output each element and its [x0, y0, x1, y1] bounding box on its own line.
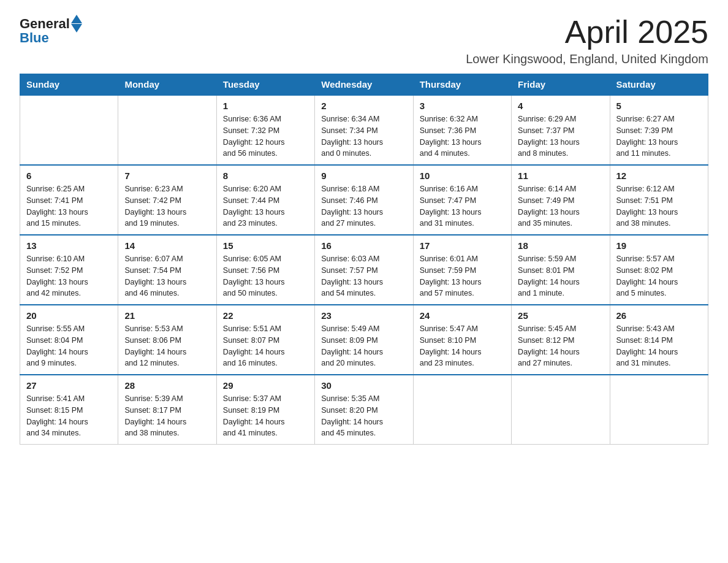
day-number: 23	[321, 310, 406, 321]
day-info: Sunrise: 5:39 AMSunset: 8:17 PMDaylight:…	[124, 393, 210, 439]
calendar-cell: 28Sunrise: 5:39 AMSunset: 8:17 PMDayligh…	[118, 375, 216, 445]
day-info: Sunrise: 5:57 AMSunset: 8:02 PMDaylight:…	[616, 253, 702, 299]
day-number: 25	[518, 310, 603, 321]
calendar-cell: 10Sunrise: 6:16 AMSunset: 7:47 PMDayligh…	[413, 165, 511, 235]
day-number: 11	[518, 170, 603, 181]
day-number: 16	[321, 240, 406, 251]
day-number: 18	[518, 240, 603, 251]
logo-general: General	[20, 16, 70, 32]
calendar-cell: 7Sunrise: 6:23 AMSunset: 7:42 PMDaylight…	[118, 165, 216, 235]
calendar-cell: 9Sunrise: 6:18 AMSunset: 7:46 PMDaylight…	[315, 165, 413, 235]
day-info: Sunrise: 5:41 AMSunset: 8:15 PMDaylight:…	[26, 393, 112, 439]
calendar-cell: 18Sunrise: 5:59 AMSunset: 8:01 PMDayligh…	[512, 235, 610, 305]
day-number: 21	[124, 310, 210, 321]
weekday-header-row: SundayMondayTuesdayWednesdayThursdayFrid…	[20, 74, 708, 96]
calendar-cell: 25Sunrise: 5:45 AMSunset: 8:12 PMDayligh…	[512, 305, 610, 375]
day-info: Sunrise: 6:03 AMSunset: 7:57 PMDaylight:…	[321, 253, 406, 299]
day-info: Sunrise: 5:53 AMSunset: 8:06 PMDaylight:…	[124, 323, 210, 369]
calendar-week-row: 20Sunrise: 5:55 AMSunset: 8:04 PMDayligh…	[20, 305, 708, 375]
day-number: 30	[321, 380, 406, 391]
day-number: 8	[223, 170, 308, 181]
calendar-cell: 26Sunrise: 5:43 AMSunset: 8:14 PMDayligh…	[610, 305, 708, 375]
weekday-header: Thursday	[413, 74, 511, 96]
day-info: Sunrise: 6:32 AMSunset: 7:36 PMDaylight:…	[420, 113, 505, 159]
calendar-cell: 1Sunrise: 6:36 AMSunset: 7:32 PMDaylight…	[216, 95, 314, 165]
day-info: Sunrise: 5:43 AMSunset: 8:14 PMDaylight:…	[616, 323, 702, 369]
day-number: 1	[223, 101, 308, 111]
calendar-cell	[512, 375, 610, 445]
day-number: 24	[420, 310, 505, 321]
day-number: 28	[124, 380, 210, 391]
day-info: Sunrise: 6:14 AMSunset: 7:49 PMDaylight:…	[518, 183, 603, 229]
day-info: Sunrise: 5:59 AMSunset: 8:01 PMDaylight:…	[518, 253, 603, 299]
day-number: 15	[223, 240, 308, 251]
calendar-cell: 15Sunrise: 6:05 AMSunset: 7:56 PMDayligh…	[216, 235, 314, 305]
calendar-cell: 6Sunrise: 6:25 AMSunset: 7:41 PMDaylight…	[20, 165, 118, 235]
calendar-cell	[413, 375, 511, 445]
calendar-cell: 20Sunrise: 5:55 AMSunset: 8:04 PMDayligh…	[20, 305, 118, 375]
calendar-cell: 23Sunrise: 5:49 AMSunset: 8:09 PMDayligh…	[315, 305, 413, 375]
day-info: Sunrise: 6:07 AMSunset: 7:54 PMDaylight:…	[124, 253, 210, 299]
day-info: Sunrise: 6:36 AMSunset: 7:32 PMDaylight:…	[223, 113, 308, 159]
calendar-cell: 11Sunrise: 6:14 AMSunset: 7:49 PMDayligh…	[512, 165, 610, 235]
day-info: Sunrise: 6:23 AMSunset: 7:42 PMDaylight:…	[124, 183, 210, 229]
day-info: Sunrise: 5:35 AMSunset: 8:20 PMDaylight:…	[321, 393, 406, 439]
weekday-header: Monday	[118, 74, 216, 96]
month-title: April 2025	[466, 15, 708, 50]
weekday-header: Tuesday	[216, 74, 314, 96]
calendar-cell: 30Sunrise: 5:35 AMSunset: 8:20 PMDayligh…	[315, 375, 413, 445]
day-number: 10	[420, 170, 505, 181]
calendar-cell	[610, 375, 708, 445]
day-info: Sunrise: 5:51 AMSunset: 8:07 PMDaylight:…	[223, 323, 308, 369]
calendar-cell: 24Sunrise: 5:47 AMSunset: 8:10 PMDayligh…	[413, 305, 511, 375]
day-info: Sunrise: 6:05 AMSunset: 7:56 PMDaylight:…	[223, 253, 308, 299]
day-info: Sunrise: 5:45 AMSunset: 8:12 PMDaylight:…	[518, 323, 603, 369]
day-info: Sunrise: 6:34 AMSunset: 7:34 PMDaylight:…	[321, 113, 406, 159]
day-info: Sunrise: 6:10 AMSunset: 7:52 PMDaylight:…	[26, 253, 112, 299]
day-number: 27	[26, 380, 112, 391]
calendar-cell: 27Sunrise: 5:41 AMSunset: 8:15 PMDayligh…	[20, 375, 118, 445]
weekday-header: Saturday	[610, 74, 708, 96]
calendar-cell: 16Sunrise: 6:03 AMSunset: 7:57 PMDayligh…	[315, 235, 413, 305]
calendar-cell: 14Sunrise: 6:07 AMSunset: 7:54 PMDayligh…	[118, 235, 216, 305]
day-number: 13	[26, 240, 112, 251]
calendar-cell: 22Sunrise: 5:51 AMSunset: 8:07 PMDayligh…	[216, 305, 314, 375]
calendar-week-row: 27Sunrise: 5:41 AMSunset: 8:15 PMDayligh…	[20, 375, 708, 445]
day-number: 5	[616, 101, 702, 111]
calendar-cell: 17Sunrise: 6:01 AMSunset: 7:59 PMDayligh…	[413, 235, 511, 305]
day-info: Sunrise: 5:37 AMSunset: 8:19 PMDaylight:…	[223, 393, 308, 439]
day-info: Sunrise: 6:01 AMSunset: 7:59 PMDaylight:…	[420, 253, 505, 299]
day-info: Sunrise: 6:29 AMSunset: 7:37 PMDaylight:…	[518, 113, 603, 159]
day-number: 9	[321, 170, 406, 181]
page-header: General Blue April 2025 Lower Kingswood,…	[20, 15, 708, 66]
day-info: Sunrise: 6:16 AMSunset: 7:47 PMDaylight:…	[420, 183, 505, 229]
day-number: 2	[321, 101, 406, 111]
logo-triangle-up	[71, 15, 82, 23]
day-number: 6	[26, 170, 112, 181]
calendar-cell: 4Sunrise: 6:29 AMSunset: 7:37 PMDaylight…	[512, 95, 610, 165]
calendar-cell: 2Sunrise: 6:34 AMSunset: 7:34 PMDaylight…	[315, 95, 413, 165]
day-number: 4	[518, 101, 603, 111]
location: Lower Kingswood, England, United Kingdom	[466, 52, 708, 66]
day-number: 26	[616, 310, 702, 321]
day-info: Sunrise: 5:55 AMSunset: 8:04 PMDaylight:…	[26, 323, 112, 369]
day-info: Sunrise: 5:49 AMSunset: 8:09 PMDaylight:…	[321, 323, 406, 369]
day-number: 29	[223, 380, 308, 391]
calendar-cell: 3Sunrise: 6:32 AMSunset: 7:36 PMDaylight…	[413, 95, 511, 165]
calendar-week-row: 6Sunrise: 6:25 AMSunset: 7:41 PMDaylight…	[20, 165, 708, 235]
weekday-header: Wednesday	[315, 74, 413, 96]
day-number: 22	[223, 310, 308, 321]
logo: General Blue	[20, 15, 82, 46]
day-number: 7	[124, 170, 210, 181]
weekday-header: Sunday	[20, 74, 118, 96]
day-number: 12	[616, 170, 702, 181]
calendar-cell: 12Sunrise: 6:12 AMSunset: 7:51 PMDayligh…	[610, 165, 708, 235]
calendar-cell: 8Sunrise: 6:20 AMSunset: 7:44 PMDaylight…	[216, 165, 314, 235]
calendar-cell	[118, 95, 216, 165]
day-number: 20	[26, 310, 112, 321]
calendar-cell: 29Sunrise: 5:37 AMSunset: 8:19 PMDayligh…	[216, 375, 314, 445]
calendar-table: SundayMondayTuesdayWednesdayThursdayFrid…	[20, 74, 708, 445]
day-info: Sunrise: 6:25 AMSunset: 7:41 PMDaylight:…	[26, 183, 112, 229]
day-number: 14	[124, 240, 210, 251]
calendar-cell: 5Sunrise: 6:27 AMSunset: 7:39 PMDaylight…	[610, 95, 708, 165]
